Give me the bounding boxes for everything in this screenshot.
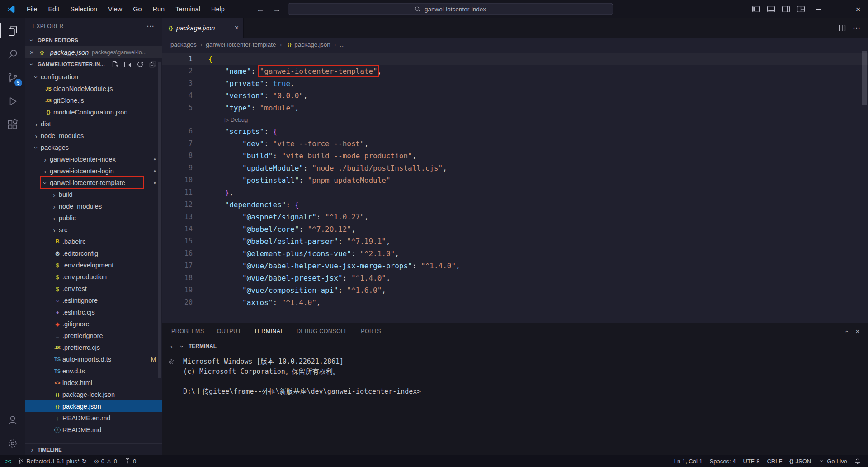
tree-file-auto-imports.d.ts[interactable]: TSauto-imports.d.tsM [25, 353, 162, 365]
code-line-6[interactable]: 6 "scripts": { [162, 125, 868, 138]
customize-layout-icon[interactable] [793, 0, 808, 18]
tree-folder-public[interactable]: public [25, 212, 162, 224]
minimize-button[interactable] [808, 0, 828, 18]
indentation-status[interactable]: Spaces: 4 [706, 455, 740, 467]
forward-icon[interactable]: → [271, 5, 282, 14]
tree-file-gitclone.js[interactable]: JSgitClone.js [25, 95, 162, 106]
explorer-icon[interactable] [0, 19, 25, 43]
breadcrumb-item[interactable]: {}package.json [285, 41, 330, 48]
code-line-4[interactable]: 4 "version": "0.0.0", [162, 90, 868, 102]
run-debug-icon[interactable] [0, 90, 25, 113]
code-line-9[interactable]: 9 "updateModule": "node ./build/postInst… [162, 162, 868, 174]
tree-folder-ganwei-iotcenter-index[interactable]: ganwei-iotcenter-index● [25, 153, 162, 165]
search-icon[interactable] [0, 43, 25, 66]
code-line-15[interactable]: 15 "@babel/eslint-parser": "^7.19.1", [162, 235, 868, 248]
breadcrumb-item[interactable]: packages [170, 41, 197, 48]
encoding-status[interactable]: UTF-8 [740, 455, 764, 467]
source-control-icon[interactable]: 5 [0, 66, 25, 90]
menu-terminal[interactable]: Terminal [170, 4, 205, 14]
problems-status[interactable]: 0 0 [90, 455, 121, 467]
open-editor-item[interactable]: package.json packages\ganwei-io... [25, 46, 162, 58]
code-line-5[interactable]: 5 "type": "module", [162, 102, 868, 114]
tree-folder-build[interactable]: build [25, 189, 162, 200]
code-line-3[interactable]: 3 "private": true, [162, 77, 868, 90]
back-icon[interactable]: ← [255, 5, 266, 14]
editor-scrollbar[interactable] [862, 51, 867, 105]
menu-run[interactable]: Run [148, 4, 170, 14]
tab-package-json[interactable]: package.json [162, 18, 244, 38]
settings-gear-icon[interactable] [0, 432, 25, 455]
tree-file-.babelrc[interactable]: B.babelrc [25, 236, 162, 248]
account-icon[interactable] [0, 408, 25, 432]
tree-folder-ganwei-iotcenter-login[interactable]: ganwei-iotcenter-login● [25, 165, 162, 177]
close-button[interactable]: × [848, 0, 868, 18]
ports-status[interactable]: 0 [121, 455, 140, 467]
language-mode-status[interactable]: JSON [786, 455, 815, 467]
breadcrumb-item[interactable]: ... [340, 41, 344, 48]
workspace-header[interactable]: GANWEI-IOTCENTER-IN... [25, 58, 162, 70]
code-line-10[interactable]: 10 "postinstall": "pnpm updateModule" [162, 174, 868, 186]
code-line-12[interactable]: 12 "dependencies": { [162, 199, 868, 211]
tree-file-cleannodemodule.js[interactable]: JScleanNodeModule.js [25, 83, 162, 95]
extensions-icon[interactable] [0, 113, 25, 137]
new-file-icon[interactable] [111, 61, 118, 68]
tree-file-.eslintignore[interactable]: ○.eslintignore [25, 295, 162, 306]
terminal[interactable]: Microsoft Windows [版本 10.0.22621.2861](c… [162, 353, 868, 455]
tree-file-package.json[interactable]: {}package.json [25, 400, 162, 412]
toggle-primary-sidebar-icon[interactable] [749, 0, 764, 18]
sidebar-scrollbar[interactable] [158, 62, 161, 378]
tree-folder-packages[interactable]: packages [25, 142, 162, 153]
tree-file-index.html[interactable]: <>index.html [25, 377, 162, 389]
panel-tab-terminal[interactable]: TERMINAL [254, 324, 283, 339]
code-line-20[interactable]: 20 "axios": "^1.4.0", [162, 296, 868, 309]
tree-file-.gitignore[interactable]: ◆.gitignore [25, 318, 162, 330]
close-panel-icon[interactable] [855, 327, 860, 336]
more-actions-icon[interactable] [853, 24, 861, 32]
code-line-17[interactable]: 17 "@vue/babel-helper-vue-jsx-merge-prop… [162, 260, 868, 272]
close-icon[interactable] [235, 24, 239, 32]
tree-file-package-lock.json[interactable]: {}package-lock.json [25, 389, 162, 400]
tree-file-.prettierignore[interactable]: ≡.prettierignore [25, 330, 162, 342]
branch-status[interactable]: RefactorUI-6.1-plus* [14, 455, 90, 467]
tree-folder-src[interactable]: src [25, 224, 162, 236]
code-line-18[interactable]: 18 "@vue/babel-preset-jsx": "^1.4.0", [162, 272, 868, 284]
tree-folder-ganwei-iotcenter-template[interactable]: ganwei-iotcenter-template● [25, 177, 162, 189]
tree-folder-node-modules[interactable]: node_modules [25, 200, 162, 212]
explorer-more-actions-icon[interactable] [147, 23, 155, 30]
tree-file-env.d.ts[interactable]: TSenv.d.ts [25, 365, 162, 377]
tree-folder-dist[interactable]: dist [25, 118, 162, 130]
tree-file-readme.md[interactable]: iREADME.md [25, 424, 162, 436]
code-line-2[interactable]: 2 "name": "ganwei-iotcenter-template", [162, 65, 868, 77]
tree-file-.env.production[interactable]: $.env.production [25, 271, 162, 283]
collapse-all-icon[interactable] [149, 61, 156, 68]
code-line-8[interactable]: 8 "build": "vite build --mode production… [162, 150, 868, 162]
menu-view[interactable]: View [103, 4, 127, 14]
go-live-status[interactable]: Go Live [815, 455, 851, 467]
code-line-13[interactable]: 13 "@aspnet/signalr": "^1.0.27", [162, 211, 868, 223]
refresh-icon[interactable] [137, 61, 144, 68]
panel-tab-ports[interactable]: PORTS [361, 324, 381, 339]
remote-indicator[interactable] [2, 455, 14, 467]
code-line-16[interactable]: 16 "@element-plus/icons-vue": "^2.1.0", [162, 248, 868, 260]
tree-file-moduleconfiguration.json[interactable]: {}moduleConfiguration.json [25, 106, 162, 118]
panel-tab-output[interactable]: OUTPUT [217, 324, 241, 339]
close-icon[interactable] [30, 48, 34, 56]
code-line-7[interactable]: 7 "dev": "vite --force --host", [162, 138, 868, 150]
tree-file-.env.test[interactable]: $.env.test [25, 283, 162, 295]
tree-folder-configuration[interactable]: configuration [25, 71, 162, 83]
new-folder-icon[interactable] [124, 61, 131, 68]
menu-edit[interactable]: Edit [43, 4, 64, 14]
eol-status[interactable]: CRLF [763, 455, 786, 467]
code-line-11[interactable]: 11 }, [162, 186, 868, 199]
notifications-bell[interactable] [851, 455, 864, 467]
tree-file-.prettierrc.cjs[interactable]: JS.prettierrc.cjs [25, 342, 162, 353]
maximize-panel-icon[interactable] [845, 328, 847, 335]
panel-tab-debug-console[interactable]: DEBUG CONSOLE [297, 324, 348, 339]
toggle-panel-icon[interactable] [764, 0, 778, 18]
command-center-search[interactable]: ganwei-iotcenter-index [288, 3, 613, 15]
panel-tab-problems[interactable]: PROBLEMS [171, 324, 204, 339]
menu-file[interactable]: File [22, 4, 42, 14]
split-editor-icon[interactable] [839, 24, 846, 32]
code-line-19[interactable]: 19 "@vue/composition-api": "^1.6.0", [162, 284, 868, 296]
menu-go[interactable]: Go [128, 4, 146, 14]
